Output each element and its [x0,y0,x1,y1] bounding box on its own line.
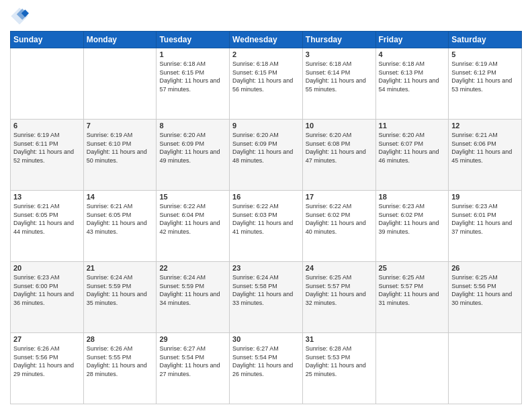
day-number: 13 [13,193,81,201]
day-header-friday: Friday [375,32,449,48]
week-row-1: 6Sunrise: 6:19 AMSunset: 6:11 PMDaylight… [11,120,522,191]
day-number: 10 [306,122,373,130]
calendar-cell: 25Sunrise: 6:25 AMSunset: 5:57 PMDayligh… [375,262,449,333]
calendar-cell: 20Sunrise: 6:23 AMSunset: 6:00 PMDayligh… [11,262,84,333]
cell-info: Sunrise: 6:18 AMSunset: 6:15 PMDaylight:… [159,60,226,93]
day-number: 18 [379,193,446,201]
calendar-cell: 3Sunrise: 6:18 AMSunset: 6:14 PMDaylight… [302,48,375,120]
day-number: 25 [379,264,446,272]
day-number: 19 [451,193,519,201]
calendar-cell: 9Sunrise: 6:20 AMSunset: 6:09 PMDaylight… [230,120,303,191]
day-number: 30 [232,335,300,343]
day-header-tuesday: Tuesday [157,32,230,48]
day-number: 15 [159,193,226,201]
day-number: 27 [13,335,81,343]
day-header-monday: Monday [83,32,157,48]
calendar-cell: 2Sunrise: 6:18 AMSunset: 6:15 PMDaylight… [230,48,303,120]
day-header-thursday: Thursday [302,32,375,48]
cell-info: Sunrise: 6:25 AMSunset: 5:56 PMDaylight:… [451,273,519,307]
cell-info: Sunrise: 6:27 AMSunset: 5:54 PMDaylight:… [159,345,226,378]
calendar-cell: 8Sunrise: 6:20 AMSunset: 6:09 PMDaylight… [157,120,230,191]
calendar-header-row: SundayMondayTuesdayWednesdayThursdayFrid… [11,32,522,48]
day-number: 5 [451,50,519,58]
day-number: 14 [87,193,154,201]
calendar-cell: 30Sunrise: 6:27 AMSunset: 5:54 PMDayligh… [230,333,303,404]
calendar-cell: 16Sunrise: 6:22 AMSunset: 6:03 PMDayligh… [230,191,303,262]
calendar-cell [11,48,84,120]
cell-info: Sunrise: 6:20 AMSunset: 6:09 PMDaylight:… [159,131,226,165]
day-number: 16 [232,193,300,201]
calendar-cell: 31Sunrise: 6:28 AMSunset: 5:53 PMDayligh… [302,333,375,404]
cell-info: Sunrise: 6:22 AMSunset: 6:02 PMDaylight:… [306,202,373,236]
calendar-cell [449,333,522,404]
cell-info: Sunrise: 6:21 AMSunset: 6:05 PMDaylight:… [13,202,81,236]
cell-info: Sunrise: 6:23 AMSunset: 6:02 PMDaylight:… [379,202,446,236]
day-number: 21 [87,264,154,272]
cell-info: Sunrise: 6:28 AMSunset: 5:53 PMDaylight:… [306,345,373,378]
header [10,7,522,26]
day-header-wednesday: Wednesday [230,32,303,48]
cell-info: Sunrise: 6:19 AMSunset: 6:11 PMDaylight:… [13,131,81,165]
day-number: 22 [159,264,226,272]
day-number: 6 [13,122,81,130]
calendar-cell: 18Sunrise: 6:23 AMSunset: 6:02 PMDayligh… [375,191,449,262]
cell-info: Sunrise: 6:19 AMSunset: 6:12 PMDaylight:… [451,60,519,93]
day-number: 24 [306,264,373,272]
day-number: 4 [379,50,446,58]
week-row-3: 20Sunrise: 6:23 AMSunset: 6:00 PMDayligh… [11,262,522,333]
cell-info: Sunrise: 6:22 AMSunset: 6:03 PMDaylight:… [232,202,300,236]
cell-info: Sunrise: 6:18 AMSunset: 6:13 PMDaylight:… [379,60,446,93]
logo [10,7,32,26]
calendar-cell: 5Sunrise: 6:19 AMSunset: 6:12 PMDaylight… [449,48,522,120]
calendar-cell: 13Sunrise: 6:21 AMSunset: 6:05 PMDayligh… [11,191,84,262]
cell-info: Sunrise: 6:25 AMSunset: 5:57 PMDaylight:… [306,273,373,307]
day-number: 20 [13,264,81,272]
calendar-cell: 12Sunrise: 6:21 AMSunset: 6:06 PMDayligh… [449,120,522,191]
day-number: 26 [451,264,519,272]
week-row-0: 1Sunrise: 6:18 AMSunset: 6:15 PMDaylight… [11,48,522,120]
cell-info: Sunrise: 6:26 AMSunset: 5:56 PMDaylight:… [13,345,81,378]
day-number: 29 [159,335,226,343]
calendar-cell: 1Sunrise: 6:18 AMSunset: 6:15 PMDaylight… [157,48,230,120]
calendar-cell: 19Sunrise: 6:23 AMSunset: 6:01 PMDayligh… [449,191,522,262]
logo-icon [10,7,29,26]
cell-info: Sunrise: 6:25 AMSunset: 5:57 PMDaylight:… [379,273,446,307]
day-number: 9 [232,122,300,130]
calendar-cell: 28Sunrise: 6:26 AMSunset: 5:55 PMDayligh… [83,333,157,404]
cell-info: Sunrise: 6:18 AMSunset: 6:15 PMDaylight:… [232,60,300,93]
cell-info: Sunrise: 6:24 AMSunset: 5:59 PMDaylight:… [159,273,226,307]
day-number: 3 [306,50,373,58]
day-number: 11 [379,122,446,130]
calendar-cell: 26Sunrise: 6:25 AMSunset: 5:56 PMDayligh… [449,262,522,333]
cell-info: Sunrise: 6:27 AMSunset: 5:54 PMDaylight:… [232,345,300,378]
day-number: 28 [87,335,154,343]
week-row-2: 13Sunrise: 6:21 AMSunset: 6:05 PMDayligh… [11,191,522,262]
calendar-cell: 17Sunrise: 6:22 AMSunset: 6:02 PMDayligh… [302,191,375,262]
calendar-cell: 6Sunrise: 6:19 AMSunset: 6:11 PMDaylight… [11,120,84,191]
day-number: 23 [232,264,300,272]
cell-info: Sunrise: 6:20 AMSunset: 6:09 PMDaylight:… [232,131,300,165]
day-header-saturday: Saturday [449,32,522,48]
cell-info: Sunrise: 6:23 AMSunset: 6:01 PMDaylight:… [451,202,519,236]
day-number: 17 [306,193,373,201]
calendar-cell: 23Sunrise: 6:24 AMSunset: 5:58 PMDayligh… [230,262,303,333]
cell-info: Sunrise: 6:19 AMSunset: 6:10 PMDaylight:… [87,131,154,165]
day-number: 1 [159,50,226,58]
day-number: 31 [306,335,373,343]
day-number: 7 [87,122,154,130]
cell-info: Sunrise: 6:26 AMSunset: 5:55 PMDaylight:… [87,345,154,378]
calendar-cell: 29Sunrise: 6:27 AMSunset: 5:54 PMDayligh… [157,333,230,404]
page: SundayMondayTuesdayWednesdayThursdayFrid… [0,0,532,411]
day-number: 8 [159,122,226,130]
calendar-cell: 15Sunrise: 6:22 AMSunset: 6:04 PMDayligh… [157,191,230,262]
calendar-cell [375,333,449,404]
calendar-cell: 4Sunrise: 6:18 AMSunset: 6:13 PMDaylight… [375,48,449,120]
cell-info: Sunrise: 6:24 AMSunset: 5:58 PMDaylight:… [232,273,300,307]
calendar-cell [83,48,157,120]
day-header-sunday: Sunday [11,32,84,48]
cell-info: Sunrise: 6:24 AMSunset: 5:59 PMDaylight:… [87,273,154,307]
calendar-cell: 21Sunrise: 6:24 AMSunset: 5:59 PMDayligh… [83,262,157,333]
calendar-cell: 27Sunrise: 6:26 AMSunset: 5:56 PMDayligh… [11,333,84,404]
cell-info: Sunrise: 6:21 AMSunset: 6:05 PMDaylight:… [87,202,154,236]
cell-info: Sunrise: 6:22 AMSunset: 6:04 PMDaylight:… [159,202,226,236]
